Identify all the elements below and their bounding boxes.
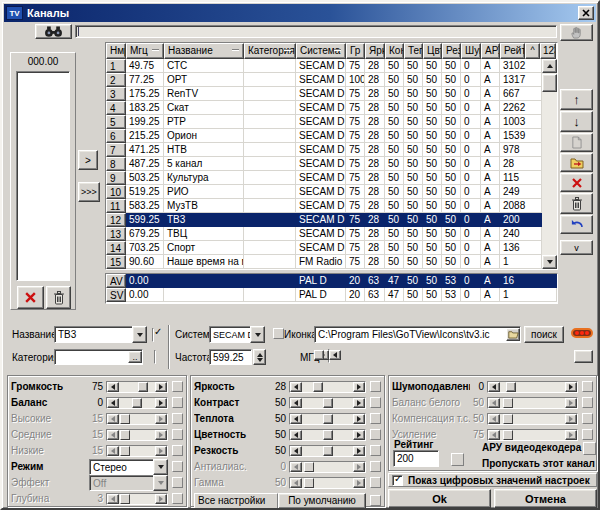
row-number-cell[interactable]: SV <box>106 288 126 302</box>
slider[interactable] <box>289 445 366 457</box>
rating-input[interactable]: 200 <box>393 450 439 467</box>
titlebar[interactable]: TV Каналы <box>4 4 596 22</box>
slider-thumb[interactable] <box>323 446 333 456</box>
row-number-cell[interactable]: 14 <box>106 241 126 255</box>
slider-right-arrow[interactable] <box>565 382 577 392</box>
slider-right-arrow[interactable] <box>353 382 365 392</box>
column-header-color[interactable]: Цвт <box>423 43 442 59</box>
table-row[interactable]: 7 471.25 НТВ SECAM D 75 28 50 50 50 50 0… <box>106 143 542 157</box>
table-row[interactable]: 14 703.25 Спорт SECAM D 75 28 50 50 50 5… <box>106 241 542 255</box>
slider-left-arrow[interactable] <box>488 382 500 392</box>
slider-left-arrow[interactable] <box>107 382 119 392</box>
clear-found-button[interactable] <box>46 286 71 309</box>
slider-right-arrow[interactable] <box>353 446 365 456</box>
table-row[interactable]: 11 583.25 МузТВ SECAM D 75 28 50 50 50 5… <box>106 199 542 213</box>
column-header-gr[interactable]: Гр <box>346 43 365 59</box>
slider-thumb[interactable] <box>138 382 148 392</box>
slider-thumb[interactable] <box>304 478 314 488</box>
slider-right-arrow[interactable] <box>565 414 577 424</box>
slider-left-arrow[interactable] <box>290 414 302 424</box>
slider[interactable] <box>289 429 366 441</box>
slider-left-arrow[interactable] <box>290 398 302 408</box>
slider-right-arrow[interactable] <box>155 398 167 408</box>
slider-thumb[interactable] <box>323 398 333 408</box>
row-number-cell[interactable]: 8 <box>106 157 126 171</box>
slider-right-arrow[interactable] <box>353 478 365 488</box>
undo-button[interactable] <box>560 215 593 234</box>
slider-right-arrow[interactable] <box>155 382 167 392</box>
row-number-cell[interactable]: 11 <box>106 199 126 213</box>
search-channel-button[interactable]: поиск <box>524 326 564 343</box>
slider-thumb[interactable] <box>503 414 513 424</box>
slider[interactable] <box>289 397 366 409</box>
row-number-cell[interactable]: 10 <box>106 185 126 199</box>
slider[interactable] <box>106 445 168 457</box>
table-row[interactable]: 9 503.25 Культура SECAM D 75 28 50 50 50… <box>106 171 542 185</box>
column-header-agc[interactable]: АРУ <box>481 43 500 59</box>
scroll-up-button[interactable] <box>542 59 557 73</box>
found-channels-listbox[interactable] <box>16 71 70 281</box>
row-number-cell[interactable]: AV <box>106 274 126 288</box>
slider[interactable] <box>289 381 366 393</box>
slider-thumb[interactable] <box>132 398 142 408</box>
table-scrollbar[interactable] <box>542 59 557 269</box>
column-header-name[interactable]: Название <box>164 43 244 59</box>
clear-all-button[interactable] <box>560 193 593 214</box>
row-number-cell[interactable]: 5 <box>106 115 126 129</box>
column-header-rating[interactable]: Рейтинг <box>500 43 525 59</box>
slider-left-arrow[interactable] <box>290 462 302 472</box>
table-row[interactable]: 10 519.25 РИО SECAM D 75 28 50 50 50 50 … <box>106 185 542 199</box>
icon-path-input[interactable]: C:\Program Files\GoTView\Icons\tv3.ic <box>314 326 521 343</box>
column-header-warmth[interactable]: Теп <box>404 43 423 59</box>
name-combobox[interactable]: ТВ3 <box>54 326 147 343</box>
slider-thumb[interactable] <box>120 494 130 504</box>
slider-left-arrow[interactable] <box>107 494 119 504</box>
slider-left-arrow[interactable] <box>107 446 119 456</box>
remove-found-button[interactable] <box>17 286 44 309</box>
move-up-button[interactable]: ↑ <box>560 89 593 110</box>
table-row[interactable]: 15 90.60 Наше время на мил FM Radio 75 2… <box>106 255 542 269</box>
all-settings-button[interactable]: Все настройки <box>194 493 278 509</box>
combobox-arrow[interactable] <box>153 459 168 475</box>
table-row[interactable]: AV 0.00 PAL D 20 63 47 50 50 53 0 А 16 <box>106 274 557 288</box>
slider[interactable] <box>289 413 366 425</box>
table-row[interactable]: 4 183.25 Скат SECAM D 75 28 50 50 50 50 … <box>106 101 542 115</box>
name-checkbox[interactable] <box>152 328 154 342</box>
name-combobox-arrow[interactable] <box>132 326 147 343</box>
slider-right-arrow[interactable] <box>353 430 365 440</box>
slider-left-arrow[interactable] <box>107 414 119 424</box>
icon-browse-button[interactable] <box>506 328 520 341</box>
row-number-cell[interactable]: 3 <box>106 87 126 101</box>
slider-right-arrow[interactable] <box>353 414 365 424</box>
table-row[interactable]: 1 49.75 СТС SECAM D 75 28 50 50 50 50 0 … <box>106 59 542 73</box>
slider-thumb[interactable] <box>323 414 333 424</box>
column-header-system[interactable]: Система <box>296 43 346 59</box>
search-scan-button[interactable] <box>35 24 72 39</box>
combobox-arrow[interactable] <box>153 475 168 491</box>
slider[interactable] <box>106 381 168 393</box>
slider-thumb[interactable] <box>503 430 513 440</box>
slider-thumb[interactable] <box>506 382 516 392</box>
ok-button[interactable]: Ok <box>388 489 491 508</box>
frequency-spin-button[interactable] <box>253 349 266 365</box>
table-row[interactable]: 2 77.25 ОРТ SECAM D 100 28 50 50 50 50 0… <box>106 73 542 87</box>
column-header-noise[interactable]: Шум <box>461 43 481 59</box>
table-row[interactable]: 5 199.25 РТР SECAM D 75 28 50 50 50 50 0… <box>106 115 542 129</box>
column-header-mhz[interactable]: Мгц <box>126 43 164 59</box>
slider[interactable] <box>487 381 578 393</box>
slider-left-arrow[interactable] <box>488 398 500 408</box>
slider-thumb[interactable] <box>313 382 323 392</box>
slider[interactable] <box>106 397 168 409</box>
slider-left-arrow[interactable] <box>290 478 302 488</box>
slider[interactable] <box>487 397 578 409</box>
combobox[interactable]: Off <box>89 475 168 491</box>
row-number-cell[interactable]: 9 <box>106 171 126 185</box>
system-combobox[interactable]: SECAM D <box>209 326 265 343</box>
add-all-button[interactable]: >>> <box>78 182 100 202</box>
slider-thumb[interactable] <box>120 446 130 456</box>
slider-thumb[interactable] <box>120 414 130 424</box>
slider-right-arrow[interactable] <box>565 398 577 408</box>
frequency-slider[interactable] <box>328 349 330 363</box>
slider[interactable] <box>487 429 578 441</box>
slider-thumb[interactable] <box>323 430 333 440</box>
